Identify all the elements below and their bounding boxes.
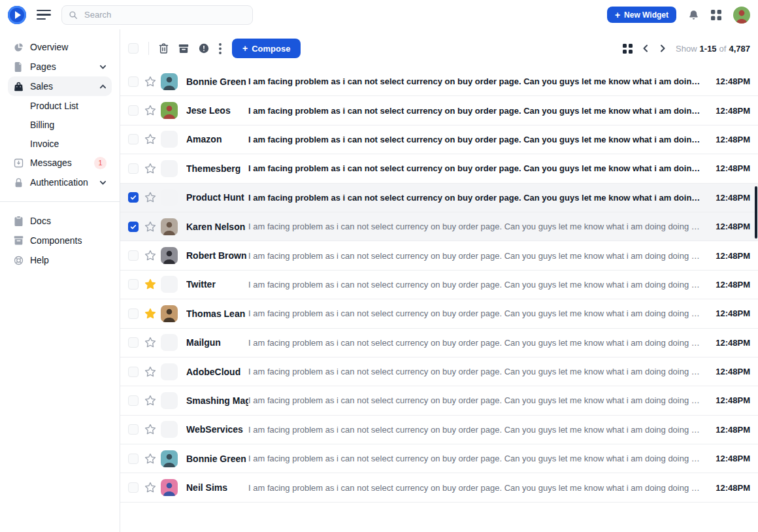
star-icon[interactable] xyxy=(144,250,157,261)
next-page-chevron-right-icon[interactable] xyxy=(659,44,667,52)
sender-avatar xyxy=(161,276,178,293)
mail-row[interactable]: Product Hunt I am facing problem as i ca… xyxy=(120,184,758,212)
row-checkbox[interactable] xyxy=(128,367,139,377)
more-options-kebab-icon[interactable] xyxy=(219,43,222,54)
sidebar-item-overview[interactable]: Overview xyxy=(8,37,112,57)
row-checkbox[interactable] xyxy=(128,134,139,144)
mail-row[interactable]: Robert Brown I am facing problem as i ca… xyxy=(120,241,758,270)
row-checkbox[interactable] xyxy=(128,163,139,174)
hamburger-menu-icon[interactable] xyxy=(37,10,51,20)
sidebar-item-pages[interactable]: Pages xyxy=(8,57,112,76)
mail-row[interactable]: Amazon I am facing problem as i can not … xyxy=(120,125,758,154)
sidebar-item-messages[interactable]: Messages 1 xyxy=(8,153,112,173)
star-icon[interactable] xyxy=(144,221,157,233)
sidebar-item-label: Sales xyxy=(30,81,53,91)
messages-count-badge: 1 xyxy=(94,157,107,169)
mail-row[interactable]: Neil Sims I am facing problem as i can n… xyxy=(120,473,758,502)
star-icon[interactable] xyxy=(144,482,157,493)
star-icon[interactable] xyxy=(144,453,157,465)
row-checkbox[interactable] xyxy=(128,395,139,406)
star-icon[interactable] xyxy=(144,105,157,116)
view-grid-icon[interactable] xyxy=(623,44,633,54)
sidebar-item-components[interactable]: Components xyxy=(8,231,112,250)
sidebar-item-billing[interactable]: Billing xyxy=(8,115,112,134)
star-icon[interactable] xyxy=(144,191,157,203)
row-checkbox[interactable] xyxy=(128,454,139,464)
timestamp: 12:48PM xyxy=(716,106,750,116)
mail-row[interactable]: Bonnie Green I am facing problem as i ca… xyxy=(120,67,758,96)
sender-avatar xyxy=(161,392,178,409)
sender-name: AdobeCloud xyxy=(186,367,248,377)
sender-avatar xyxy=(161,102,178,119)
message-preview: I am facing problem as i can not select … xyxy=(248,395,716,405)
archive-icon[interactable] xyxy=(178,44,189,54)
star-icon[interactable] xyxy=(144,308,157,320)
scrollbar-thumb[interactable] xyxy=(755,186,757,239)
compose-button[interactable]: + Compose xyxy=(232,39,301,58)
message-preview: I am facing problem as i can not select … xyxy=(248,483,716,493)
sender-name: Themesberg xyxy=(186,163,248,174)
sender-name: Karen Nelson xyxy=(186,222,248,232)
star-icon[interactable] xyxy=(144,163,157,175)
row-checkbox[interactable] xyxy=(128,250,139,261)
sidebar-divider xyxy=(0,201,120,202)
row-checkbox[interactable] xyxy=(128,105,139,116)
mail-row[interactable]: WebServices I am facing problem as i can… xyxy=(120,416,758,444)
mail-row[interactable]: Twitter I am facing problem as i can not… xyxy=(120,271,758,299)
user-avatar[interactable] xyxy=(733,7,750,24)
row-checkbox[interactable] xyxy=(128,76,139,87)
timestamp: 12:48PM xyxy=(716,163,750,173)
mail-row[interactable]: Bonnie Green I am facing problem as i ca… xyxy=(120,444,758,473)
mail-row[interactable]: Karen Nelson I am facing problem as i ca… xyxy=(120,212,758,241)
report-exclamation-icon[interactable] xyxy=(199,43,209,54)
sidebar-item-label: Pages xyxy=(30,61,56,72)
mail-row[interactable]: Mailgun I am facing problem as i can not… xyxy=(120,329,758,357)
notifications-bell-icon[interactable] xyxy=(688,9,699,21)
star-icon[interactable] xyxy=(144,278,157,290)
sidebar-item-authentication[interactable]: Authentication xyxy=(8,173,112,192)
row-checkbox[interactable] xyxy=(128,424,139,435)
search-box[interactable] xyxy=(61,5,253,25)
star-icon[interactable] xyxy=(144,133,157,145)
sidebar-item-help[interactable]: Help xyxy=(8,250,112,270)
prev-page-chevron-left-icon[interactable] xyxy=(642,44,650,52)
row-checkbox[interactable] xyxy=(128,337,139,348)
mail-row[interactable]: Smashing Mag I am facing problem as i ca… xyxy=(120,386,758,415)
timestamp: 12:48PM xyxy=(716,367,750,376)
star-icon[interactable] xyxy=(144,366,157,378)
message-preview: I am facing problem as i can not select … xyxy=(248,193,716,203)
search-input[interactable] xyxy=(83,9,246,20)
sender-name: Thomas Lean xyxy=(186,308,248,319)
star-icon[interactable] xyxy=(144,424,157,435)
timestamp: 12:48PM xyxy=(716,454,750,463)
sender-name: Amazon xyxy=(186,134,248,144)
message-preview: I am facing problem as i can not select … xyxy=(248,280,716,290)
row-checkbox[interactable] xyxy=(128,308,139,319)
plus-icon: + xyxy=(242,44,248,53)
topbar: + New Widget xyxy=(0,0,758,29)
row-checkbox[interactable] xyxy=(128,279,139,290)
row-checkbox[interactable] xyxy=(128,482,139,493)
mail-row[interactable]: Themesberg I am facing problem as i can … xyxy=(120,154,758,183)
app-logo-icon[interactable] xyxy=(8,6,26,24)
sidebar-item-label: Messages xyxy=(30,158,72,168)
mail-row[interactable]: Thomas Lean I am facing problem as i can… xyxy=(120,299,758,328)
sidebar-item-invoice[interactable]: Invoice xyxy=(8,134,112,153)
row-checkbox[interactable] xyxy=(128,222,139,232)
message-preview: I am facing problem as i can not select … xyxy=(248,76,716,86)
sender-avatar xyxy=(161,189,178,206)
star-icon[interactable] xyxy=(144,395,157,407)
sidebar-item-sales[interactable]: Sales xyxy=(8,76,112,96)
new-widget-button[interactable]: + New Widget xyxy=(607,7,676,23)
sidebar-item-product-list[interactable]: Product List xyxy=(8,96,112,115)
row-checkbox[interactable] xyxy=(128,192,139,203)
star-icon[interactable] xyxy=(144,337,157,348)
select-all-checkbox[interactable] xyxy=(128,43,139,54)
mail-row[interactable]: Jese Leos I am facing problem as i can n… xyxy=(120,96,758,125)
delete-trash-icon[interactable] xyxy=(159,43,169,54)
clipboard-icon xyxy=(13,216,24,226)
apps-grid-icon[interactable] xyxy=(711,10,721,20)
mail-row[interactable]: AdobeCloud I am facing problem as i can … xyxy=(120,357,758,386)
star-icon[interactable] xyxy=(144,76,157,88)
sidebar-item-docs[interactable]: Docs xyxy=(8,211,112,231)
